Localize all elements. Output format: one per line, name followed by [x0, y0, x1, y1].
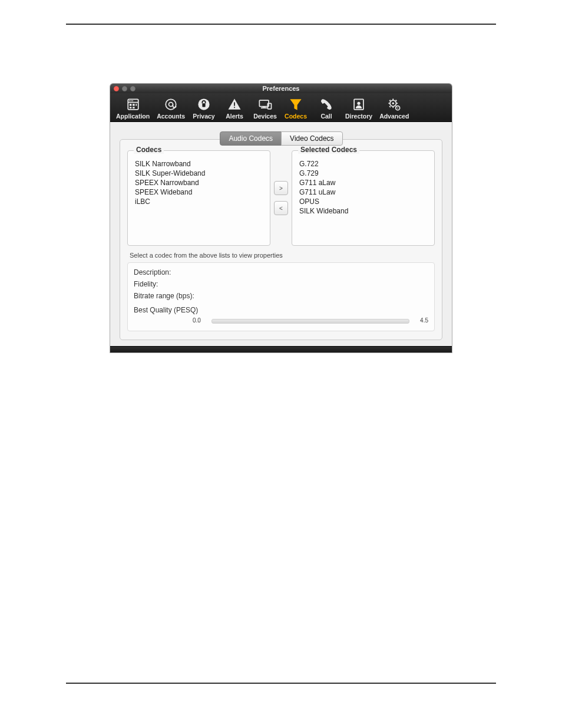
tab-label: Advanced	[379, 113, 409, 120]
tab-accounts[interactable]: Accounts	[153, 95, 189, 121]
codec-subtabs: Audio Codecs Video Codecs	[116, 131, 446, 146]
window-controls	[110, 86, 135, 91]
bitrate-label: Bitrate range (bps):	[134, 292, 194, 300]
tab-devices[interactable]: Devices	[250, 95, 280, 121]
svg-rect-18	[261, 107, 267, 108]
svg-rect-25	[393, 107, 394, 108]
available-codecs-group: Codecs SILK Narrowband SILK Super-Wideba…	[127, 150, 270, 246]
description-label: Description:	[134, 268, 171, 276]
svg-point-21	[357, 102, 360, 105]
phone-icon	[318, 96, 335, 113]
tab-label: Privacy	[193, 113, 214, 120]
devices-icon	[257, 96, 273, 113]
codec-item[interactable]: G.722	[298, 159, 428, 169]
tab-codecs[interactable]: Codecs	[280, 95, 311, 121]
codec-item[interactable]: iLBC	[134, 197, 264, 206]
svg-rect-14	[234, 103, 235, 106]
codec-item[interactable]: G711 uLaw	[298, 187, 428, 197]
application-icon	[125, 96, 141, 113]
fidelity-label: Fidelity:	[134, 280, 158, 288]
available-codecs-list[interactable]: SILK Narrowband SILK Super-Wideband SPEE…	[134, 159, 264, 206]
pesq-slider[interactable]: 0.0 4.5	[134, 317, 428, 324]
codec-item[interactable]: OPUS	[298, 197, 428, 206]
svg-rect-24	[393, 98, 394, 100]
codec-item[interactable]: SILK Narrowband	[134, 159, 264, 169]
svg-rect-15	[234, 107, 235, 108]
codec-item[interactable]: SPEEX Narrowband	[134, 178, 264, 187]
zoom-icon[interactable]	[130, 86, 135, 91]
preferences-window: Preferences Application	[110, 84, 452, 353]
selected-codecs-title: Selected Codecs	[298, 146, 359, 154]
svg-point-4	[132, 100, 133, 101]
window-footer	[110, 346, 452, 353]
svg-rect-27	[396, 103, 398, 104]
tab-alerts[interactable]: Alerts	[219, 95, 250, 121]
titlebar: Preferences	[110, 84, 452, 93]
alert-icon	[226, 96, 243, 113]
move-buttons: > <	[274, 150, 288, 246]
svg-point-2	[129, 100, 130, 101]
pesq-min: 0.0	[193, 317, 206, 324]
window-title: Preferences	[110, 85, 452, 92]
tab-privacy[interactable]: Privacy	[189, 95, 219, 121]
pesq-label: Best Quality (PESQ)	[134, 306, 198, 314]
funnel-icon	[287, 96, 304, 113]
tab-application[interactable]: Application	[113, 95, 153, 121]
codec-item[interactable]: SPEEX Wideband	[134, 187, 264, 197]
pesq-max: 4.5	[415, 317, 428, 324]
svg-rect-6	[133, 104, 135, 106]
svg-point-11	[169, 103, 173, 107]
tab-label: Alerts	[226, 113, 243, 120]
selected-codecs-group: Selected Codecs G.722 G.729 G711 aLaw G7…	[292, 150, 435, 246]
codec-item[interactable]: SILK Wideband	[298, 206, 428, 216]
svg-rect-26	[389, 103, 391, 104]
tab-label: Application	[116, 113, 150, 120]
at-sign-icon	[163, 96, 179, 113]
svg-point-33	[397, 107, 398, 108]
svg-point-23	[392, 103, 395, 105]
tab-label: Accounts	[157, 113, 185, 120]
tab-advanced[interactable]: Advanced	[376, 95, 412, 121]
preferences-toolbar: Application Accounts	[110, 93, 452, 122]
tab-video-codecs[interactable]: Video Codecs	[281, 131, 343, 146]
directory-icon	[351, 96, 367, 113]
selected-codecs-list[interactable]: G.722 G.729 G711 aLaw G711 uLaw OPUS SIL…	[298, 159, 428, 216]
move-left-button[interactable]: <	[274, 201, 288, 215]
tab-directory[interactable]: Directory	[342, 95, 376, 121]
codecs-card: Codecs SILK Narrowband SILK Super-Wideba…	[120, 139, 442, 340]
svg-point-3	[130, 100, 131, 101]
privacy-icon	[196, 96, 212, 113]
svg-rect-7	[135, 104, 137, 106]
minimize-icon[interactable]	[122, 86, 127, 91]
svg-rect-13	[202, 103, 205, 107]
svg-rect-17	[263, 107, 266, 108]
tab-audio-codecs[interactable]: Audio Codecs	[220, 131, 282, 146]
move-right-button[interactable]: >	[274, 181, 288, 195]
codec-item[interactable]: G.729	[298, 169, 428, 178]
tab-label: Codecs	[285, 113, 307, 120]
svg-rect-5	[129, 104, 131, 106]
tab-label: Devices	[253, 113, 277, 120]
tab-label: Call	[320, 113, 332, 120]
svg-rect-30	[389, 106, 391, 107]
available-codecs-title: Codecs	[134, 146, 164, 154]
gear-icon	[386, 96, 402, 113]
tab-call[interactable]: Call	[311, 95, 342, 121]
properties-hint: Select a codec from the above lists to v…	[130, 252, 432, 259]
pesq-track[interactable]	[211, 320, 409, 321]
codec-item[interactable]: G711 aLaw	[298, 178, 428, 187]
tab-label: Directory	[345, 113, 372, 120]
close-icon[interactable]	[114, 86, 119, 91]
svg-rect-8	[129, 107, 131, 108]
codec-item[interactable]: SILK Super-Wideband	[134, 169, 264, 178]
codec-properties: Description: Fidelity: Bitrate range (bp…	[127, 262, 435, 331]
codecs-pane: Audio Codecs Video Codecs Codecs SILK Na…	[110, 122, 452, 346]
svg-rect-9	[133, 107, 135, 108]
